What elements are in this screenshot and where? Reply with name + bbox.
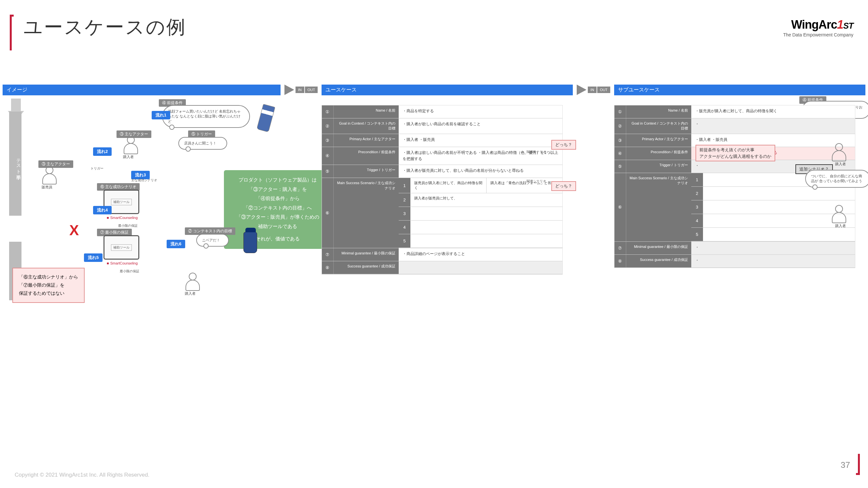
trigger-small-label: トリガー bbox=[91, 166, 103, 171]
flow-4-tag: 流れ4 bbox=[93, 206, 112, 215]
copyright-text: Copyright © 2021 WingArc1st Inc. All Rig… bbox=[14, 472, 149, 478]
green-value-box: プロダクト（ソフトウェア製品）は 「③アクター：購入者」を 「④前提条件」から … bbox=[224, 170, 331, 249]
flow-6-tag: 流れ6 bbox=[167, 240, 185, 248]
person-buyer-icon bbox=[123, 136, 138, 154]
logo-st: ST bbox=[843, 21, 854, 31]
title-accent-bar bbox=[10, 14, 14, 51]
out-label-1: OUT bbox=[305, 87, 318, 93]
green-line-4: 「②コンテキスト内の目標」へ bbox=[230, 203, 325, 213]
col1-header: イメージ bbox=[3, 85, 281, 95]
related-scenario-label-1: 関連シナリオ bbox=[527, 150, 546, 154]
important-line-1: 前提条件を考え抜くのが大事 bbox=[700, 147, 771, 153]
flow-5-tag: 流れ5 bbox=[84, 254, 102, 262]
buyer-label-2: 購入者 bbox=[185, 291, 195, 296]
callout-important: 前提条件を考え抜くのが大事 アクターがどんな購入過程をするのか bbox=[695, 145, 775, 161]
sub-buyer-label-1: 購入者 bbox=[835, 162, 846, 167]
green-line-3: 「④前提条件」から bbox=[230, 194, 325, 203]
logo-one: 1 bbox=[837, 18, 843, 31]
flow-1-tag: 流れ1 bbox=[152, 111, 170, 120]
col2-header: ユースケース bbox=[321, 85, 573, 95]
logo-brand: WingArc bbox=[791, 18, 837, 31]
related-scenario-label-2: 関連シナリオ bbox=[527, 179, 546, 184]
pink-line-2: 「⑦最小限の保証」を bbox=[19, 281, 78, 289]
smart-counseling-1: SmartCounseling bbox=[107, 216, 138, 220]
tablet-device-icon-2: 補助ツール bbox=[103, 235, 139, 260]
wingarc-logo: WingArc1ST The Data Empowerment Company bbox=[783, 18, 854, 37]
out-label-2: OUT bbox=[597, 87, 610, 93]
flow-2-tag: 流れ2 bbox=[93, 148, 112, 156]
min-guarantee-text-2: 最小限の保証 bbox=[120, 269, 139, 273]
person-buyer-icon-2 bbox=[185, 273, 199, 291]
logo-tagline: The Data Empowerment Company bbox=[783, 32, 854, 37]
thought-bubble-2: 店員さんに聞こう！ bbox=[178, 137, 227, 150]
in-label-1: IN bbox=[296, 87, 304, 93]
page-title: ユースケースの例 bbox=[24, 14, 186, 40]
tablet-label-2: 補助ツール bbox=[111, 244, 132, 251]
buyer-label-1: 購入者 bbox=[123, 155, 134, 159]
green-line-2: 「③アクター：購入者」を bbox=[230, 185, 325, 194]
min-guarantee-text-1: 最小限の保証 bbox=[118, 224, 138, 228]
page-accent-bar bbox=[856, 454, 860, 475]
pink-line-3: 保証するためではない bbox=[19, 289, 78, 297]
sub-buyer-label-2: 購入者 bbox=[835, 224, 846, 228]
seller-label: 販売員 bbox=[42, 185, 53, 190]
sub-buyer-icon-1 bbox=[831, 143, 846, 161]
important-line-2: アクターがどんな購入過程をするのか bbox=[700, 153, 771, 160]
green-line-5: 「③アクター：販売員」が導くための bbox=[230, 213, 325, 222]
subscenario-small: 主な成功シナリオ bbox=[131, 178, 157, 183]
green-line-1: プロダクト（ソフトウェア製品）は bbox=[230, 175, 325, 185]
pink-line-1: 「⑥主な成功シナリオ」から bbox=[19, 273, 78, 281]
callout-which-1: どっち？ bbox=[551, 140, 576, 150]
red-x-icon: X bbox=[69, 222, 79, 238]
product-round-icon bbox=[243, 232, 257, 253]
chevron-right-icon-2 bbox=[577, 85, 587, 95]
col3-header: サブユースケース bbox=[614, 85, 865, 95]
sub-buyer-icon-2 bbox=[831, 205, 846, 223]
chevron-right-icon bbox=[284, 85, 294, 95]
sidebar-test-label: テスト手順 bbox=[9, 111, 22, 216]
person-seller-icon bbox=[42, 166, 56, 184]
thought-bubble-5: ついでに、 自分の肌にどんな商品が 合っているか聞いてみよう bbox=[805, 170, 868, 188]
use-case-table: ①Name / 名前・商品を特定する②Goal in Context / コンテ… bbox=[321, 105, 563, 274]
callout-which-2: どっち？ bbox=[551, 181, 576, 191]
green-line-6: 補助ツールである bbox=[230, 222, 325, 231]
smart-counseling-2: SmartCounseling bbox=[107, 261, 138, 265]
page-number: 37 bbox=[841, 460, 850, 470]
thought-bubble-3: ニベアだ！ bbox=[196, 234, 229, 247]
product-tube-icon bbox=[256, 104, 275, 132]
pink-warning-box: 「⑥主な成功シナリオ」から 「⑦最小限の保証」を 保証するためではない bbox=[12, 268, 85, 303]
thought-bubble-1: 洗顔フォーム買いたいんだけど 名前忘れちゃったな なんとなく顔に脂は薄い気がぶん… bbox=[162, 105, 250, 128]
in-label-2: IN bbox=[588, 87, 596, 93]
tablet-label-1: 補助ツール bbox=[111, 199, 132, 205]
